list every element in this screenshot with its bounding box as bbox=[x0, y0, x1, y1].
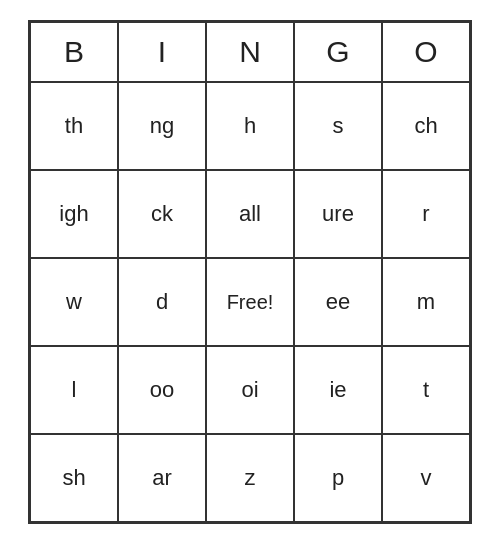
cell-3-4: ee bbox=[294, 258, 382, 346]
cell-3-5: m bbox=[382, 258, 470, 346]
header-g: G bbox=[294, 22, 382, 82]
bingo-card: B I N G O th ng h s ch bbox=[28, 20, 472, 524]
row-2: igh ck all ure r bbox=[30, 170, 470, 258]
cell-5-4: p bbox=[294, 434, 382, 522]
cell-1-3: h bbox=[206, 82, 294, 170]
cell-2-4: ure bbox=[294, 170, 382, 258]
cell-2-2: ck bbox=[118, 170, 206, 258]
cell-4-3: oi bbox=[206, 346, 294, 434]
header-b: B bbox=[30, 22, 118, 82]
cell-3-2: d bbox=[118, 258, 206, 346]
header-n: N bbox=[206, 22, 294, 82]
cell-2-5: r bbox=[382, 170, 470, 258]
header-row: B I N G O bbox=[30, 22, 470, 82]
cell-2-3: all bbox=[206, 170, 294, 258]
cell-3-3-free: Free! bbox=[206, 258, 294, 346]
cell-4-5: t bbox=[382, 346, 470, 434]
cell-1-5: ch bbox=[382, 82, 470, 170]
cell-5-2: ar bbox=[118, 434, 206, 522]
cell-1-1: th bbox=[30, 82, 118, 170]
cell-1-4: s bbox=[294, 82, 382, 170]
cell-1-2: ng bbox=[118, 82, 206, 170]
cell-5-5: v bbox=[382, 434, 470, 522]
cell-4-4: ie bbox=[294, 346, 382, 434]
row-1: th ng h s ch bbox=[30, 82, 470, 170]
cell-3-1: w bbox=[30, 258, 118, 346]
row-4: l oo oi ie t bbox=[30, 346, 470, 434]
cell-4-1: l bbox=[30, 346, 118, 434]
row-5: sh ar z p v bbox=[30, 434, 470, 522]
header-i: I bbox=[118, 22, 206, 82]
cell-2-1: igh bbox=[30, 170, 118, 258]
cell-5-1: sh bbox=[30, 434, 118, 522]
cell-4-2: oo bbox=[118, 346, 206, 434]
cell-5-3: z bbox=[206, 434, 294, 522]
row-3: w d Free! ee m bbox=[30, 258, 470, 346]
header-o: O bbox=[382, 22, 470, 82]
